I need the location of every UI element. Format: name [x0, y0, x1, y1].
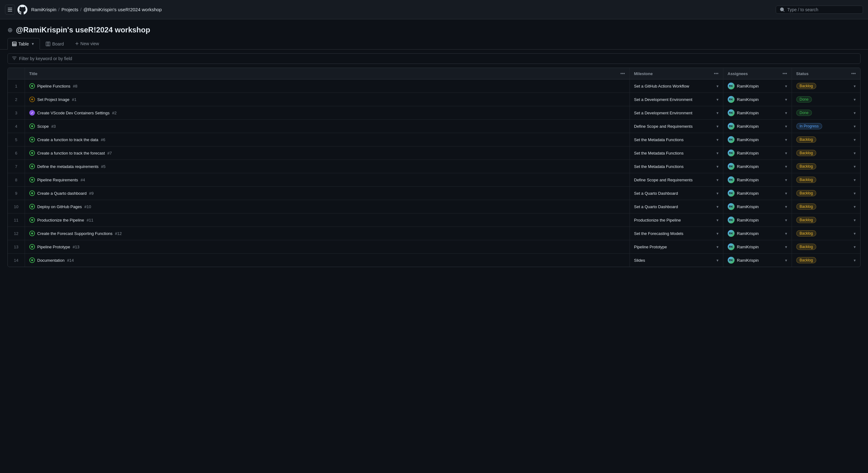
row-status-cell[interactable]: Backlog▾ [792, 79, 860, 93]
tab-table-dropdown[interactable]: ▾ [31, 41, 35, 47]
row-status-cell[interactable]: Done▾ [792, 93, 860, 106]
row-assignee-cell[interactable]: RKRamiKrispin▾ [723, 213, 792, 227]
assignee-dropdown-arrow[interactable]: ▾ [785, 204, 787, 209]
assignee-dropdown-arrow[interactable]: ▾ [785, 111, 787, 115]
row-assignee-cell[interactable]: RKRamiKrispin▾ [723, 240, 792, 254]
row-status-cell[interactable]: Backlog▾ [792, 187, 860, 200]
milestone-dropdown-arrow[interactable]: ▾ [716, 111, 719, 115]
row-title-cell[interactable]: Create a Quarto dashboard #9 [25, 187, 629, 200]
breadcrumb-projects[interactable]: Projects [61, 7, 78, 12]
milestone-dropdown-arrow[interactable]: ▾ [716, 245, 719, 249]
status-dropdown-arrow[interactable]: ▾ [854, 164, 856, 169]
status-dropdown-arrow[interactable]: ▾ [854, 245, 856, 249]
row-title-cell[interactable]: Documentation #14 [25, 254, 629, 267]
row-assignee-cell[interactable]: RKRamiKrispin▾ [723, 146, 792, 160]
row-milestone-cell[interactable]: Set a Development Environment▾ [629, 106, 723, 120]
status-dropdown-arrow[interactable]: ▾ [854, 178, 856, 182]
search-box[interactable]: Type / to search [776, 6, 863, 14]
assignee-dropdown-arrow[interactable]: ▾ [785, 124, 787, 129]
milestone-dropdown-arrow[interactable]: ▾ [716, 124, 719, 129]
row-milestone-cell[interactable]: Set a Development Environment▾ [629, 93, 723, 106]
assignee-dropdown-arrow[interactable]: ▾ [785, 191, 787, 196]
row-title-cell[interactable]: Productionize the Pipeline #11 [25, 213, 629, 227]
assignee-dropdown-arrow[interactable]: ▾ [785, 258, 787, 263]
new-view-button[interactable]: New view [71, 39, 103, 48]
row-assignee-cell[interactable]: RKRamiKrispin▾ [723, 187, 792, 200]
row-title-cell[interactable]: Pipeline Prototype #13 [25, 240, 629, 254]
row-milestone-cell[interactable]: Define Scope and Requirements▾ [629, 120, 723, 133]
row-title-cell[interactable]: Pipeline Functions #8 [25, 79, 629, 93]
filter-bar[interactable]: Filter by keyword or by field [7, 53, 861, 64]
row-status-cell[interactable]: Backlog▾ [792, 240, 860, 254]
milestone-col-menu[interactable]: ••• [714, 71, 719, 76]
row-assignee-cell[interactable]: RKRamiKrispin▾ [723, 120, 792, 133]
row-assignee-cell[interactable]: RKRamiKrispin▾ [723, 79, 792, 93]
row-title-cell[interactable]: Define the metadata requirements #5 [25, 160, 629, 173]
status-dropdown-arrow[interactable]: ▾ [854, 97, 856, 102]
assignee-dropdown-arrow[interactable]: ▾ [785, 218, 787, 223]
row-status-cell[interactable]: Done▾ [792, 106, 860, 120]
milestone-dropdown-arrow[interactable]: ▾ [716, 191, 719, 196]
row-assignee-cell[interactable]: RKRamiKrispin▾ [723, 254, 792, 267]
row-assignee-cell[interactable]: RKRamiKrispin▾ [723, 106, 792, 120]
milestone-dropdown-arrow[interactable]: ▾ [716, 258, 719, 263]
row-status-cell[interactable]: Backlog▾ [792, 227, 860, 240]
row-milestone-cell[interactable]: Pipeline Prototype▾ [629, 240, 723, 254]
tab-table[interactable]: Table ▾ [7, 38, 40, 49]
assignee-dropdown-arrow[interactable]: ▾ [785, 151, 787, 156]
row-assignee-cell[interactable]: RKRamiKrispin▾ [723, 133, 792, 146]
row-title-cell[interactable]: Create the Forecast Supporting Functions… [25, 227, 629, 240]
title-col-menu[interactable]: ••• [620, 71, 625, 76]
row-milestone-cell[interactable]: Set the Metadata Functions▾ [629, 160, 723, 173]
row-status-cell[interactable]: Backlog▾ [792, 146, 860, 160]
row-title-cell[interactable]: Deploy on GitHub Pages #10 [25, 200, 629, 213]
assignee-dropdown-arrow[interactable]: ▾ [785, 178, 787, 182]
row-milestone-cell[interactable]: Define Scope and Requirements▾ [629, 173, 723, 187]
row-assignee-cell[interactable]: RKRamiKrispin▾ [723, 160, 792, 173]
row-title-cell[interactable]: Create a function to track the forecast … [25, 146, 629, 160]
tab-board[interactable]: Board [41, 39, 68, 49]
milestone-dropdown-arrow[interactable]: ▾ [716, 84, 719, 89]
row-assignee-cell[interactable]: RKRamiKrispin▾ [723, 173, 792, 187]
row-status-cell[interactable]: Backlog▾ [792, 213, 860, 227]
row-milestone-cell[interactable]: Set a Quarto Dashboard▾ [629, 200, 723, 213]
milestone-dropdown-arrow[interactable]: ▾ [716, 151, 719, 156]
status-dropdown-arrow[interactable]: ▾ [854, 231, 856, 236]
status-dropdown-arrow[interactable]: ▾ [854, 191, 856, 196]
row-milestone-cell[interactable]: Set the Forecasting Models▾ [629, 227, 723, 240]
status-dropdown-arrow[interactable]: ▾ [854, 137, 856, 142]
status-dropdown-arrow[interactable]: ▾ [854, 124, 856, 129]
status-col-menu[interactable]: ••• [851, 71, 856, 76]
row-milestone-cell[interactable]: Set a GitHub Actions Workflow▾ [629, 79, 723, 93]
milestone-dropdown-arrow[interactable]: ▾ [716, 231, 719, 236]
status-dropdown-arrow[interactable]: ▾ [854, 84, 856, 89]
milestone-dropdown-arrow[interactable]: ▾ [716, 204, 719, 209]
row-title-cell[interactable]: ✓Create VScode Dev Containers Settings #… [25, 106, 629, 120]
assignee-dropdown-arrow[interactable]: ▾ [785, 245, 787, 249]
assignee-dropdown-arrow[interactable]: ▾ [785, 137, 787, 142]
assignees-col-menu[interactable]: ••• [782, 71, 787, 76]
hamburger-button[interactable] [5, 5, 15, 15]
row-milestone-cell[interactable]: Productionize the Pipeline▾ [629, 213, 723, 227]
row-status-cell[interactable]: Backlog▾ [792, 173, 860, 187]
breadcrumb-user[interactable]: RamiKrispin [31, 7, 56, 12]
assignee-dropdown-arrow[interactable]: ▾ [785, 84, 787, 89]
status-dropdown-arrow[interactable]: ▾ [854, 218, 856, 223]
milestone-dropdown-arrow[interactable]: ▾ [716, 164, 719, 169]
milestone-dropdown-arrow[interactable]: ▾ [716, 97, 719, 102]
row-milestone-cell[interactable]: Set the Metadata Functions▾ [629, 133, 723, 146]
row-title-cell[interactable]: Scope #3 [25, 120, 629, 133]
row-status-cell[interactable]: Backlog▾ [792, 160, 860, 173]
row-title-cell[interactable]: Create a function to track the data #6 [25, 133, 629, 146]
row-status-cell[interactable]: In Progress▾ [792, 120, 860, 133]
assignee-dropdown-arrow[interactable]: ▾ [785, 231, 787, 236]
row-status-cell[interactable]: Backlog▾ [792, 133, 860, 146]
status-dropdown-arrow[interactable]: ▾ [854, 258, 856, 263]
milestone-dropdown-arrow[interactable]: ▾ [716, 178, 719, 182]
row-milestone-cell[interactable]: Set a Quarto Dashboard▾ [629, 187, 723, 200]
row-status-cell[interactable]: Backlog▾ [792, 200, 860, 213]
status-dropdown-arrow[interactable]: ▾ [854, 111, 856, 115]
row-assignee-cell[interactable]: RKRamiKrispin▾ [723, 227, 792, 240]
milestone-dropdown-arrow[interactable]: ▾ [716, 137, 719, 142]
row-title-cell[interactable]: Pipeline Requirements #4 [25, 173, 629, 187]
